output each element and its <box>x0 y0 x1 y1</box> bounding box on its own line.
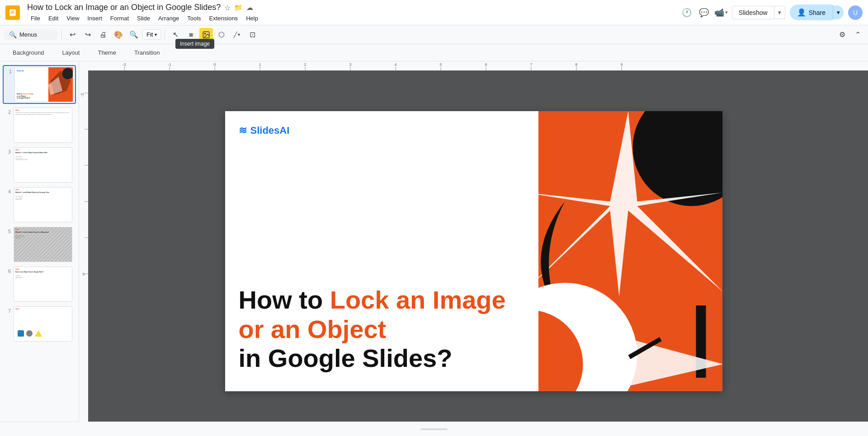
doc-title-area: How to Lock an Image or an Object in Goo… <box>27 3 677 23</box>
slide-thumbnail-6: Slides How to Lock Object Texts in Googl… <box>14 267 72 302</box>
fit-dropdown-icon: ▾ <box>155 32 157 37</box>
slide-item-1[interactable]: 1 SlidesAI How to Lock an Imageor an Obj… <box>3 65 76 104</box>
accessibility-button[interactable]: ⚙ <box>835 28 849 42</box>
slide-canvas[interactable]: ≋ SlidesAI How to Lock an Image or an Ob… <box>225 111 722 391</box>
menu-insert[interactable]: Insert <box>84 14 106 23</box>
star-icon[interactable]: ☆ <box>224 4 231 12</box>
svg-text:7: 7 <box>530 62 532 67</box>
ruler-top: -2 -1 0 1 2 3 4 5 6 7 8 <box>79 61 868 70</box>
zoom-button[interactable]: 🔍 <box>127 28 141 42</box>
transition-button[interactable]: Transition <box>127 47 167 58</box>
layout-button[interactable]: Layout <box>55 47 87 58</box>
insert-shape-button[interactable]: ⬡ <box>215 28 228 42</box>
svg-rect-0 <box>9 9 15 16</box>
slide-item-3[interactable]: 3 Slides Method 1 – Lock an Object Using… <box>3 146 76 183</box>
svg-text:8: 8 <box>575 62 577 67</box>
svg-point-5 <box>205 33 206 34</box>
slide-number: 6 <box>4 268 11 274</box>
slides-panel: 1 SlidesAI How to Lock an Imageor an Obj… <box>0 61 79 436</box>
svg-text:-2: -2 <box>80 93 85 97</box>
svg-rect-9 <box>79 61 868 70</box>
insert-image-button[interactable] <box>199 28 213 42</box>
share-button[interactable]: 👤 Share <box>790 5 833 20</box>
slide-number: 5 <box>4 229 11 234</box>
svg-text:5: 5 <box>439 62 442 67</box>
svg-rect-1 <box>11 10 14 11</box>
user-avatar[interactable]: U <box>848 5 863 20</box>
svg-text:2: 2 <box>304 62 306 67</box>
slide-item-7[interactable]: 7 Slides <box>3 305 76 342</box>
format-toolbar: Background Layout Theme Transition <box>0 44 868 61</box>
slide-title-how-to: How to <box>239 286 330 314</box>
paint-format-button[interactable]: 🎨 <box>112 28 125 42</box>
separator <box>61 29 62 40</box>
slideshow-dropdown-button[interactable]: ▾ <box>774 6 785 19</box>
slide-number: 7 <box>4 308 11 314</box>
search-label[interactable]: Menus <box>19 31 37 38</box>
insert-line-button[interactable]: ╱▾ <box>230 28 244 42</box>
toolbar-right: ⚙ ⌃ <box>835 28 864 42</box>
slide-thumbnail-4: Slides Method 2 – Lock Multiple Objects … <box>14 187 72 222</box>
svg-text:9: 9 <box>620 62 623 67</box>
menu-bar: File Edit View Insert Format Slide Arran… <box>27 14 677 23</box>
bottom-bar <box>0 422 868 436</box>
cloud-icon[interactable]: ☁ <box>246 4 253 12</box>
slide-number: 4 <box>4 189 11 194</box>
slide-thumbnail-5: Slides Method 3 – Lock an Image Using it… <box>14 227 72 262</box>
select-tool-button[interactable]: ↖ <box>169 28 182 42</box>
fit-select[interactable]: Fit ▾ <box>142 29 161 40</box>
insert-text-button[interactable]: ⊡ <box>245 28 259 42</box>
folder-icon[interactable]: 📁 <box>234 4 243 12</box>
svg-text:-2: -2 <box>123 62 126 67</box>
menu-view[interactable]: View <box>63 14 83 23</box>
menu-format[interactable]: Format <box>107 14 132 23</box>
svg-text:-1: -1 <box>168 62 171 67</box>
slideshow-button[interactable]: Slideshow <box>732 6 774 19</box>
slide-thumbnail-3: Slides Method 1 – Lock an Object Using t… <box>14 147 72 183</box>
slideshow-group: Slideshow ▾ <box>732 6 785 19</box>
menu-tools[interactable]: Tools <box>184 14 204 23</box>
share-group: 👤 Share ▾ <box>790 5 844 20</box>
background-button[interactable]: Background <box>5 47 51 58</box>
svg-text:1: 1 <box>259 62 261 67</box>
history-button[interactable]: 🕐 <box>680 6 693 19</box>
slide-number: 3 <box>4 149 11 155</box>
slides-ai-icon: ≋ <box>239 125 247 136</box>
share-icon: 👤 <box>797 8 806 17</box>
svg-rect-2 <box>11 12 14 12</box>
theme-button[interactable]: Theme <box>90 47 123 58</box>
toggle-button[interactable]: ⌃ <box>851 28 864 42</box>
slides-ai-text: SlidesAI <box>250 125 290 136</box>
slide-left-panel: ≋ SlidesAI How to Lock an Image or an Ob… <box>225 111 538 391</box>
slide-thumbnail-1: SlidesAI How to Lock an Imageor an Objec… <box>14 67 73 102</box>
menu-file[interactable]: File <box>27 14 44 23</box>
app-logo[interactable] <box>5 5 20 20</box>
menu-slide[interactable]: Slide <box>133 14 154 23</box>
slide-item-5[interactable]: 5 Slides Method 3 – Lock an Image Using … <box>3 226 76 263</box>
slide-item-2[interactable]: 2 Slides Lorem ipsum dolor sit amet cons… <box>3 107 76 144</box>
undo-button[interactable]: ↩ <box>66 28 79 42</box>
comments-button[interactable]: 💬 <box>698 6 710 19</box>
doc-title[interactable]: How to Lock an Image or an Object in Goo… <box>27 3 221 12</box>
menu-help[interactable]: Help <box>242 14 262 23</box>
print-button[interactable]: 🖨 <box>96 28 110 42</box>
select-subtype-button[interactable]: ▦ <box>184 28 198 42</box>
search-icon: 🔍 <box>9 31 17 38</box>
camera-button[interactable]: 📹 ▾ <box>715 6 727 19</box>
slide-title-lock: Lock an Image <box>330 286 506 314</box>
svg-rect-3 <box>11 13 14 13</box>
menu-edit[interactable]: Edit <box>45 14 62 23</box>
slide-number: 1 <box>5 69 12 74</box>
share-dropdown-button[interactable]: ▾ <box>833 5 844 19</box>
slide-item-6[interactable]: 6 Slides How to Lock Object Texts in Goo… <box>3 266 76 303</box>
toolbar: 🔍 Menus ↩ ↪ 🖨 🎨 🔍 Fit ▾ ↖ ▦ ⬡ ╱▾ ⊡ ⚙ ⌃ <box>0 25 868 44</box>
svg-rect-34 <box>79 70 88 436</box>
redo-button[interactable]: ↪ <box>81 28 94 42</box>
slide-item-4[interactable]: 4 Slides Method 2 – Lock Multiple Object… <box>3 186 76 223</box>
canvas-area: -2 -1 0 1 2 3 4 5 6 7 8 <box>79 61 868 436</box>
svg-text:0: 0 <box>213 62 216 67</box>
svg-text:5: 5 <box>82 272 85 277</box>
slide-number: 2 <box>4 109 11 115</box>
menu-extensions[interactable]: Extensions <box>206 14 242 23</box>
menu-arrange[interactable]: Arrange <box>155 14 183 23</box>
